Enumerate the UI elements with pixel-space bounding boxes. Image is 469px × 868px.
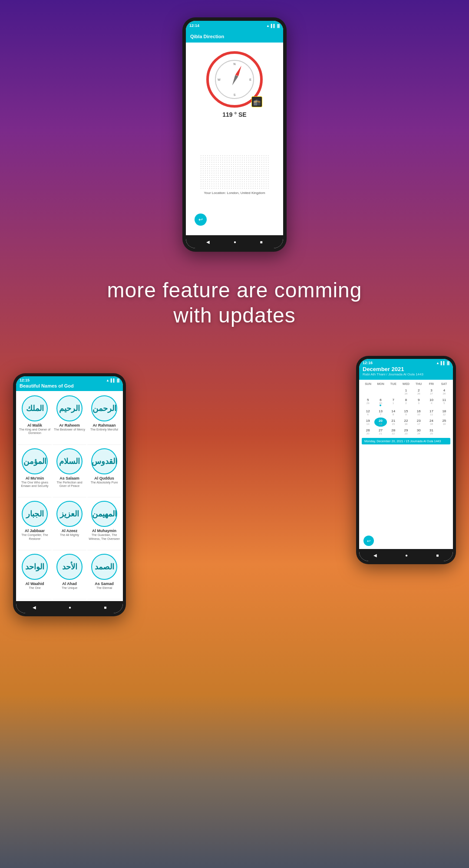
nav-recent-btn[interactable]: ■: [260, 240, 263, 244]
world-map-area: Your Location: London, United Kingdom ↩: [190, 118, 279, 231]
compass-container: N S E W 119 ° SE: [206, 51, 263, 118]
cal-cell-30[interactable]: 3024: [413, 427, 425, 436]
name-title-3: Al Mu'min: [26, 476, 44, 480]
name-card-11[interactable]: الصمد As Samad The Eternal: [87, 551, 121, 599]
cal-cell-24[interactable]: 2418: [425, 418, 437, 427]
names-nav-recent[interactable]: ■: [104, 605, 106, 610]
cal-cell-28[interactable]: 2822: [387, 427, 400, 436]
arabic-circle-2: الرحمن: [91, 395, 117, 421]
name-english-6: The Compeller, The Restorer: [19, 533, 51, 541]
name-card-2[interactable]: الرحمن Ar Rahmaan The Entirely Merciful: [87, 393, 121, 445]
back-button-qibla[interactable]: ↩: [195, 214, 207, 226]
cal-time: 12:16: [363, 361, 373, 365]
cal-subtitle: Rabi Ath Thani / Joumada Al Oula 1443: [363, 372, 449, 376]
cal-cell-26[interactable]: 2620: [362, 427, 374, 436]
middle-line1: more feature are comming: [0, 278, 469, 303]
nav-home-btn[interactable]: ●: [234, 240, 236, 244]
compass-degree: 119 ° SE: [222, 111, 246, 118]
cal-cell-empty-34: [438, 427, 450, 436]
arabic-circle-11: الصمد: [91, 554, 117, 580]
cal-day-label-mon: MON: [374, 382, 387, 385]
arabic-text-7: العزيز: [60, 509, 79, 519]
arabic-text-11: الصمد: [95, 562, 114, 572]
name-card-8[interactable]: المهيمن Al Muhaymin The Guardian, The Wi…: [87, 498, 121, 550]
cal-cell-12[interactable]: 126: [362, 408, 374, 417]
name-card-0[interactable]: الملك Al Malik The King and Owner of Dom…: [18, 393, 52, 445]
names-toolbar: 12:15 ▲ ▌▌ ▓ Beautiful Names of God: [16, 376, 123, 391]
name-card-7[interactable]: العزيز Al Azeez The All Mighty: [53, 498, 86, 550]
cal-cell-6[interactable]: 630: [374, 397, 386, 408]
qibla-toolbar: Qibla Direction: [186, 30, 283, 43]
name-card-5[interactable]: القدوس Al Quddus The Absolutely Pure: [87, 446, 121, 498]
name-title-6: Al Jabbaar: [25, 529, 45, 533]
cal-nav-recent[interactable]: ■: [436, 553, 439, 558]
arabic-text-9: الواحد: [25, 562, 44, 572]
name-english-4: The Perfection and Giver of Peace: [53, 481, 86, 488]
name-card-10[interactable]: الأحد Al Ahad The Unique: [53, 551, 86, 599]
compass-n-label: N: [233, 62, 235, 66]
names-nav-home[interactable]: ●: [69, 605, 71, 610]
name-english-11: The Eternal: [96, 586, 112, 590]
cal-cell-3[interactable]: 327: [425, 387, 437, 396]
compass-ring: N S E W: [206, 51, 263, 108]
arabic-circle-7: العزيز: [56, 501, 83, 527]
cal-cell-17[interactable]: 1711: [425, 408, 437, 417]
middle-text-section: more feature are comming with updates: [0, 278, 469, 328]
cal-nav-back[interactable]: ◀: [373, 553, 377, 558]
names-time: 12:15: [20, 378, 30, 382]
cal-cell-22[interactable]: 2216: [400, 418, 412, 427]
nav-back-btn[interactable]: ◀: [206, 240, 210, 244]
cal-back-button[interactable]: ↩: [363, 536, 374, 546]
cal-cell-7[interactable]: 71: [387, 397, 400, 408]
name-card-1[interactable]: الرحيم Ar Raheem The Bestower of Mercy: [53, 393, 86, 445]
cal-cell-25[interactable]: 2519: [438, 418, 450, 427]
name-title-11: As Samad: [95, 582, 114, 586]
name-card-3[interactable]: المؤمن Al Mu'min The One Who gives Emaan…: [18, 446, 52, 498]
cal-status-icons: ▲ ▌▌ ▓: [436, 361, 449, 365]
cal-cell-4[interactable]: 428: [438, 387, 450, 396]
qibla-title: Qibla Direction: [190, 34, 224, 39]
cal-wifi-icon: ▲: [436, 361, 439, 365]
cal-cell-15[interactable]: 159: [400, 408, 412, 417]
name-title-5: Al Quddus: [94, 476, 114, 480]
name-english-3: The One Who gives Emaan and Security: [19, 481, 51, 488]
cal-cell-2[interactable]: 226: [413, 387, 425, 396]
cal-grid: 1252263274285296307182931041151261371481…: [362, 387, 450, 436]
cal-cell-16[interactable]: 1610: [413, 408, 425, 417]
name-title-1: Ar Raheem: [59, 423, 80, 427]
name-card-6[interactable]: الجبار Al Jabbaar The Compeller, The Res…: [18, 498, 52, 550]
names-battery-icon: ▓: [117, 378, 119, 382]
cal-cell-20[interactable]: 2014: [374, 418, 386, 427]
cal-cell-13[interactable]: 137: [374, 408, 386, 417]
cal-cell-1[interactable]: 125: [400, 387, 412, 396]
cal-cell-14[interactable]: 148: [387, 408, 400, 417]
name-card-9[interactable]: الواحد Al Waahid The One: [18, 551, 52, 599]
cal-cell-21[interactable]: 2115: [387, 418, 400, 427]
name-title-2: Ar Rahmaan: [92, 423, 116, 427]
arabic-text-2: الرحمن: [92, 404, 116, 413]
cal-nav-home[interactable]: ●: [405, 553, 408, 558]
arabic-circle-1: الرحيم: [56, 395, 83, 421]
names-nav-back[interactable]: ◀: [33, 605, 36, 610]
cal-cell-18[interactable]: 1812: [438, 408, 450, 417]
cal-cell-31[interactable]: 3125: [425, 427, 437, 436]
cal-cell-23[interactable]: 2317: [413, 418, 425, 427]
cal-battery-icon: ▓: [447, 361, 449, 365]
cal-cell-9[interactable]: 93: [413, 397, 425, 408]
name-english-8: The Guardian, The Witness, The Overseer: [88, 533, 120, 541]
name-card-4[interactable]: السلام As Salaam The Perfection and Give…: [53, 446, 86, 498]
cal-cell-empty-0: [362, 387, 374, 396]
nav-bar-top: ◀ ● ■: [186, 235, 283, 248]
arabic-circle-3: المؤمن: [22, 448, 48, 474]
cal-cell-19[interactable]: 1913: [362, 418, 374, 427]
cal-cell-27[interactable]: 2721: [374, 427, 386, 436]
arabic-circle-5: القدوس: [91, 448, 117, 474]
arabic-circle-8: المهيمن: [91, 501, 117, 527]
cal-cell-8[interactable]: 82: [400, 397, 412, 408]
cal-cell-29[interactable]: 2923: [400, 427, 412, 436]
cal-cell-10[interactable]: 104: [425, 397, 437, 408]
name-title-0: Al Malik: [27, 423, 42, 427]
name-title-7: Al Azeez: [62, 529, 78, 533]
cal-cell-5[interactable]: 529: [362, 397, 374, 408]
cal-cell-11[interactable]: 115: [438, 397, 450, 408]
